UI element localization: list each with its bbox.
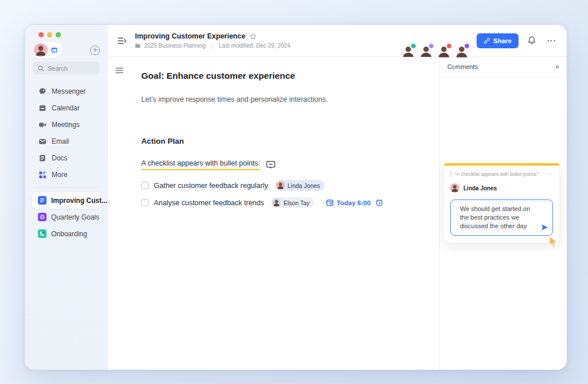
sidebar-item-label: More: [52, 171, 67, 179]
sidebar-toggle-icon[interactable]: [115, 34, 129, 47]
checkbox-unchecked[interactable]: [141, 182, 149, 189]
due-date-chip[interactable]: Today 6:00: [326, 198, 384, 207]
sidebar-doc-improving-customer[interactable]: Improving Cust...: [32, 192, 100, 209]
sidebar-item-label: Email: [52, 137, 69, 145]
comment-bubble-icon[interactable]: [266, 160, 276, 170]
document-body: Goal: Enhance customer experience Let’s …: [108, 57, 439, 208]
search-input[interactable]: Search: [33, 62, 100, 75]
sidebar-doc-onboarding[interactable]: Onboarding: [32, 225, 100, 242]
collaborator-avatar[interactable]: [454, 33, 469, 48]
checklist-item-text: Analyse customer feedback trends: [154, 199, 264, 207]
add-button[interactable]: [90, 45, 100, 55]
assignee-name: Linda Jones: [288, 182, 320, 189]
commented-text[interactable]: A checklist appears with bullet points:: [141, 159, 260, 170]
sidebar-item-label: Meetings: [52, 121, 80, 129]
due-date-text: Today 6:00: [336, 199, 370, 206]
window-controls: [38, 32, 108, 37]
comments-title: Comments: [447, 63, 478, 70]
document-header: Improving Customer Experience 2025 Busin…: [108, 25, 567, 57]
alarm-clock-icon[interactable]: [375, 198, 384, 207]
assignee-name: Elson Tay: [284, 199, 310, 206]
last-modified: Last modified: Dec 29, 2024: [219, 43, 291, 49]
quoted-text-row: "A checklist appears with bullet points:…: [450, 171, 553, 177]
star-icon[interactable]: [249, 33, 257, 40]
collaborator-avatar[interactable]: [401, 33, 416, 48]
assignee-mention[interactable]: Linda Jones: [275, 180, 325, 191]
sidebar-item-email[interactable]: Email: [25, 133, 108, 149]
title-block: Improving Customer Experience 2025 Busin…: [135, 32, 290, 49]
account-pill[interactable]: [33, 42, 62, 58]
sidebar-item-meetings[interactable]: Meetings: [25, 116, 108, 133]
checklist: Gather customer feedback regularly Linda…: [141, 180, 422, 208]
collaborator-avatar[interactable]: [419, 33, 434, 48]
breadcrumb: 2025 Business Planning | Last modified: …: [135, 43, 290, 49]
sidebar-item-label: Docs: [52, 154, 67, 162]
share-button[interactable]: Share: [477, 33, 519, 48]
onboarding-icon: [38, 229, 47, 238]
folder-icon: [135, 43, 141, 48]
sidebar-item-calendar[interactable]: Calendar: [25, 99, 108, 116]
presence-dot: [428, 43, 434, 49]
author-avatar: [450, 183, 459, 193]
zoom-window-button[interactable]: [56, 32, 61, 37]
comment-input[interactable]: We should get started on the best practi…: [450, 199, 553, 236]
user-avatar[interactable]: [34, 43, 48, 57]
link-icon: [483, 37, 490, 44]
collapse-panel-icon[interactable]: »: [555, 62, 559, 71]
sidebar-item-label: Calendar: [52, 104, 80, 112]
presence-dot: [411, 43, 416, 49]
comment-card: "A checklist appears with bullet points:…: [443, 163, 560, 243]
comments-header: Comments »: [440, 57, 567, 76]
comment-author-row: Linda Jones: [450, 183, 553, 193]
content-row: Goal: Enhance customer experience Let’s …: [108, 57, 567, 370]
quoted-text: "A checklist appears with bullet points:…: [455, 171, 542, 177]
main-column: Improving Customer Experience 2025 Busin…: [108, 25, 567, 370]
presence-dot: [446, 43, 452, 49]
search-placeholder: Search: [48, 65, 68, 72]
calendar-icon: [38, 104, 47, 112]
sidebar: Search Messenger Calendar Meetings Email: [25, 25, 108, 370]
checkbox-unchecked[interactable]: [141, 199, 149, 206]
assignee-mention[interactable]: Elson Tay: [271, 197, 314, 208]
document-area[interactable]: Goal: Enhance customer experience Let’s …: [108, 57, 439, 370]
share-label: Share: [493, 37, 512, 44]
commented-line: A checklist appears with bullet points:: [141, 159, 422, 170]
outline-toc-icon[interactable]: [114, 66, 125, 76]
send-comment-icon[interactable]: [541, 224, 548, 231]
sidebar-item-docs[interactable]: Docs: [25, 149, 108, 166]
due-calendar-icon: [326, 199, 334, 206]
minimize-window-button[interactable]: [47, 32, 52, 37]
video-camera-icon: [38, 121, 47, 129]
comment-author-name: Linda Jones: [463, 185, 497, 191]
sidebar-doc-label: Improving Cust...: [51, 197, 107, 205]
notifications-bell-icon[interactable]: [525, 33, 539, 48]
sidebar-doc-label: Quarterly Goals: [51, 213, 99, 221]
page-title: Improving Customer Experience: [135, 32, 245, 40]
checklist-item-text: Gather customer feedback regularly: [154, 182, 268, 190]
section-heading: Action Plan: [141, 137, 422, 145]
apps-grid-icon: [38, 171, 47, 179]
quote-bar: [450, 171, 451, 177]
checklist-item: Gather customer feedback regularly Linda…: [141, 180, 422, 191]
sidebar-item-label: Messenger: [52, 87, 86, 95]
status-calendar-badge: [49, 46, 59, 54]
search-icon: [37, 65, 44, 72]
more-options-icon[interactable]: ···: [545, 34, 559, 47]
collaborator-avatar[interactable]: [436, 33, 451, 48]
comment-more-icon[interactable]: ···: [546, 171, 553, 177]
sidebar-divider: [34, 187, 99, 188]
sidebar-item-more[interactable]: More: [25, 166, 108, 183]
header-actions: Share ···: [401, 33, 559, 48]
document-heading: Goal: Enhance customer experience: [141, 71, 422, 81]
doc-icon: [38, 196, 47, 205]
comments-panel: Comments » "A checklist appears with bul…: [439, 57, 567, 370]
presence-dot: [464, 43, 470, 49]
sidebar-doc-quarterly-goals[interactable]: Quarterly Goals: [32, 209, 100, 225]
breadcrumb-folder[interactable]: 2025 Business Planning: [144, 43, 206, 49]
account-row: [33, 41, 100, 59]
sidebar-item-messenger[interactable]: Messenger: [25, 83, 108, 99]
messenger-icon: [38, 87, 47, 95]
document-intro: Let’s improve response times and persona…: [141, 95, 422, 103]
app-window: Search Messenger Calendar Meetings Email: [24, 24, 567, 370]
close-window-button[interactable]: [38, 32, 44, 37]
